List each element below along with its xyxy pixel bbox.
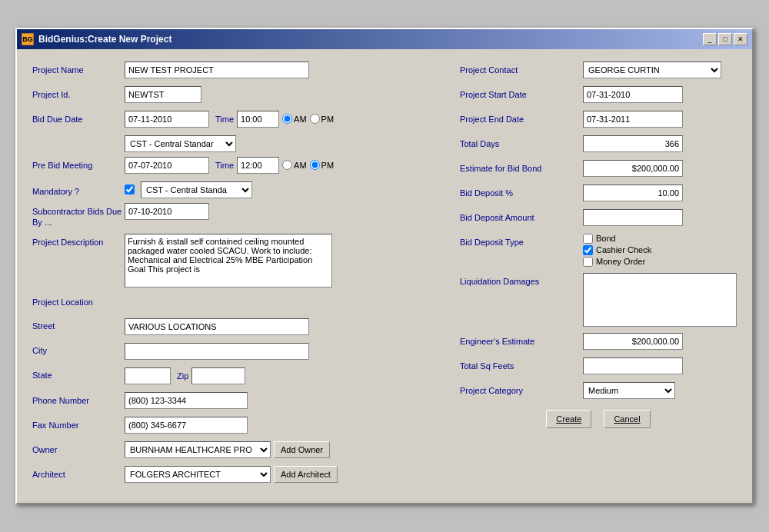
project-id-controls	[125, 86, 201, 103]
liquidation-damages-row: Liquidation Damages	[460, 273, 737, 327]
bid-deposit-type-row: Bid Deposit Type Bond Cashier Check	[460, 234, 737, 267]
owner-controls: BURNHAM HEALTHCARE PRO Add Owner	[125, 441, 330, 458]
pre-bid-label: Pre Bid Meeting	[32, 157, 125, 171]
sub-bids-date-input[interactable]	[125, 203, 209, 220]
state-label: State	[32, 367, 125, 380]
owner-select[interactable]: BURNHAM HEALTHCARE PRO	[125, 441, 271, 458]
sub-bids-row: Subcontractor Bids Due By ...	[32, 203, 437, 228]
engineers-estimate-label: Engineer's Estimate	[460, 333, 583, 347]
architect-controls: FOLGERS ARCHITECT Add Architect	[125, 466, 338, 483]
project-start-controls	[583, 86, 683, 103]
bond-checkbox-label[interactable]: Bond	[583, 234, 651, 244]
project-start-row: Project Start Date	[460, 86, 737, 105]
cashier-check-label: Cashier Check	[596, 245, 651, 254]
bid-ampm-group: AM PM	[282, 114, 334, 124]
money-order-checkbox[interactable]	[583, 257, 593, 267]
pre-bid-pm-radio[interactable]	[310, 160, 320, 170]
cashier-check-checkbox-label[interactable]: Cashier Check	[583, 245, 651, 255]
liquidation-damages-label: Liquidation Damages	[460, 273, 583, 287]
cashier-check-checkbox[interactable]	[583, 245, 593, 255]
phone-label: Phone Number	[32, 392, 125, 406]
total-sq-feet-row: Total Sq Feets	[460, 357, 737, 376]
architect-label: Architect	[32, 466, 125, 480]
mandatory-timezone-row: Mandatory ? CST - Central Standa	[32, 181, 437, 198]
project-end-label: Project End Date	[460, 111, 583, 125]
fax-row: Fax Number	[32, 417, 437, 435]
liquidation-damages-controls	[583, 273, 737, 327]
bond-checkbox[interactable]	[583, 234, 593, 244]
estimate-bid-bond-input[interactable]	[583, 160, 683, 177]
project-name-input[interactable]	[125, 62, 309, 78]
project-contact-select[interactable]: GEORGE CURTIN	[583, 62, 721, 78]
city-input[interactable]	[125, 343, 309, 360]
bid-deposit-pct-controls	[583, 185, 683, 201]
fax-label: Fax Number	[32, 417, 125, 431]
project-category-controls: Medium Small Large	[583, 382, 675, 399]
add-architect-button[interactable]: Add Architect	[274, 466, 338, 483]
bid-timezone-select[interactable]: CST - Central Standar	[125, 135, 236, 152]
project-end-row: Project End Date	[460, 111, 737, 129]
architect-select[interactable]: FOLGERS ARCHITECT	[125, 466, 271, 483]
total-sq-feet-controls	[583, 357, 683, 374]
estimate-bid-bond-label: Estimate for Bid Bond	[460, 160, 583, 174]
city-label: City	[32, 343, 125, 355]
project-desc-label: Project Description	[32, 234, 125, 248]
street-input[interactable]	[125, 318, 309, 335]
engineers-estimate-row: Engineer's Estimate	[460, 333, 737, 351]
street-row: Street	[32, 318, 437, 337]
mandatory-checkbox[interactable]	[125, 185, 135, 195]
bid-deposit-type-controls: Bond Cashier Check Money Order	[583, 234, 651, 267]
close-button[interactable]: ✕	[734, 33, 747, 45]
cancel-button[interactable]: Cancel	[604, 410, 650, 428]
bid-pm-radio[interactable]	[310, 114, 320, 124]
bid-pm-label[interactable]: PM	[310, 114, 335, 124]
pre-bid-pm-label[interactable]: PM	[310, 160, 335, 170]
project-desc-textarea[interactable]	[125, 234, 332, 288]
money-order-checkbox-label[interactable]: Money Order	[583, 257, 651, 267]
engineers-estimate-input[interactable]	[583, 333, 683, 350]
zip-label: Zip	[177, 371, 188, 381]
project-end-input[interactable]	[583, 111, 683, 128]
liquidation-damages-textarea[interactable]	[583, 273, 737, 327]
add-owner-button[interactable]: Add Owner	[274, 441, 330, 458]
fax-input[interactable]	[125, 417, 248, 434]
project-id-label: Project Id.	[32, 86, 125, 100]
total-days-input[interactable]	[583, 135, 683, 152]
total-sq-feet-input[interactable]	[583, 357, 683, 374]
main-window: BG BidGenius:Create New Project _ □ ✕ Pr…	[15, 28, 754, 505]
phone-input[interactable]	[125, 392, 248, 409]
state-input[interactable]	[125, 367, 171, 384]
engineers-estimate-controls	[583, 333, 683, 350]
pre-bid-time-input[interactable]	[237, 157, 279, 174]
street-label: Street	[32, 318, 125, 331]
phone-controls	[125, 392, 248, 409]
title-bar: BG BidGenius:Create New Project _ □ ✕	[17, 29, 752, 49]
bid-due-date-controls: Time AM PM	[125, 111, 334, 128]
project-start-input[interactable]	[583, 86, 683, 103]
sub-bids-label: Subcontractor Bids Due By ...	[32, 203, 125, 228]
bid-time-input[interactable]	[237, 111, 279, 128]
project-category-row: Project Category Medium Small Large	[460, 382, 737, 401]
maximize-button[interactable]: □	[718, 33, 732, 45]
pre-bid-date-input[interactable]	[125, 157, 209, 174]
pre-bid-row: Pre Bid Meeting Time AM PM	[32, 157, 437, 175]
create-button[interactable]: Create	[546, 410, 591, 428]
phone-row: Phone Number	[32, 392, 437, 411]
bid-deposit-pct-input[interactable]	[583, 185, 683, 201]
pre-bid-timezone-select[interactable]: CST - Central Standa	[141, 181, 252, 198]
bid-deposit-type-checkboxes: Bond Cashier Check Money Order	[583, 234, 651, 267]
bid-am-radio[interactable]	[282, 114, 292, 124]
total-sq-feet-label: Total Sq Feets	[460, 357, 583, 371]
bid-am-label[interactable]: AM	[282, 114, 307, 124]
bid-due-date-input[interactable]	[125, 111, 209, 128]
pre-bid-am-radio[interactable]	[282, 160, 292, 170]
project-desc-controls	[125, 234, 332, 288]
bid-deposit-pct-row: Bid Deposit %	[460, 185, 737, 203]
title-bar-left: BG BidGenius:Create New Project	[22, 33, 171, 45]
zip-input[interactable]	[191, 367, 245, 384]
project-category-select[interactable]: Medium Small Large	[583, 382, 675, 399]
pre-bid-am-label[interactable]: AM	[282, 160, 307, 170]
bid-deposit-amt-input[interactable]	[583, 209, 683, 226]
project-id-input[interactable]	[125, 86, 201, 103]
minimize-button[interactable]: _	[703, 33, 717, 45]
